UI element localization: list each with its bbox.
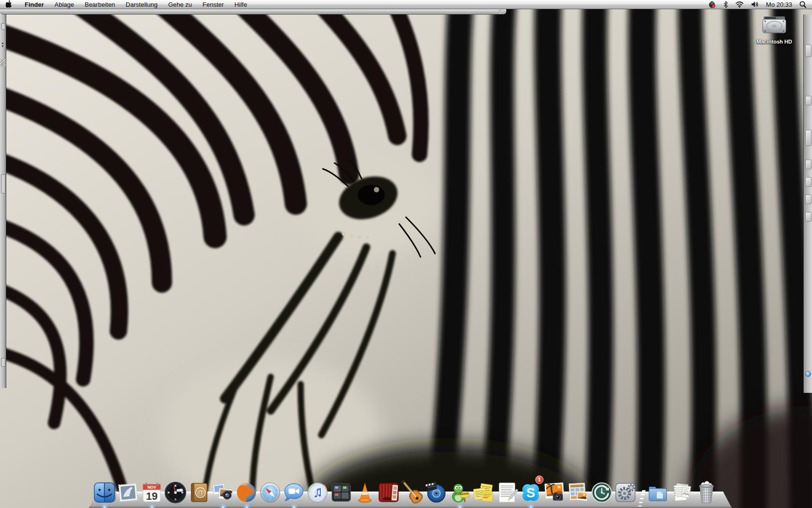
adium-status-icon[interactable] — [708, 0, 716, 8]
running-indicator — [221, 506, 224, 508]
palette-button[interactable] — [805, 160, 812, 169]
menu-item-hilfe[interactable]: Hilfe — [229, 0, 252, 9]
palette-button[interactable] — [805, 130, 812, 146]
dock-item-time-machine[interactable] — [590, 478, 614, 505]
dock-item-ical[interactable]: NOV 19 — [140, 478, 164, 505]
running-indicator — [292, 506, 295, 508]
scroll-arrows-icon[interactable]: ▲▼ — [1, 41, 4, 48]
dock-item-address-book[interactable]: @ — [188, 478, 211, 505]
palette-button[interactable] — [805, 96, 812, 105]
spotlight-icon[interactable] — [799, 1, 806, 8]
menu-item-gehe-zu[interactable]: Gehe zu — [163, 0, 197, 9]
window-widget — [1, 23, 5, 30]
scroll-arrow-box[interactable] — [1, 358, 5, 367]
offscreen-window-left-sliver[interactable]: ▲▼ — [0, 15, 6, 388]
aqua-button-icon[interactable] — [805, 371, 811, 377]
menu-item-finder[interactable]: Finder — [19, 0, 49, 9]
dock-item-documents-folder[interactable] — [646, 478, 670, 505]
dock-item-ichat[interactable] — [282, 478, 306, 505]
window-widget — [1, 174, 5, 194]
dock-item-spaces[interactable] — [330, 478, 353, 505]
palette-button[interactable] — [805, 45, 812, 57]
desktop-icon-label: Macintosh HD — [753, 39, 796, 45]
apple-menu-icon[interactable] — [0, 0, 19, 8]
svg-text:NOV: NOV — [147, 485, 156, 490]
dock-item-iweb[interactable] — [566, 478, 590, 505]
running-indicator — [103, 506, 106, 508]
dock-item-mail[interactable] — [116, 478, 140, 505]
offscreen-palette-sliver[interactable] — [803, 15, 812, 393]
running-indicator — [245, 506, 248, 508]
svg-text:S: S — [526, 485, 535, 500]
dock-item-vlc[interactable] — [353, 478, 377, 505]
running-indicator — [529, 506, 532, 508]
running-indicator — [150, 506, 153, 508]
palette-button[interactable] — [805, 212, 812, 222]
dock-item-system-preferences[interactable] — [614, 478, 638, 505]
dock-item-adium[interactable]: ANWESEND — [448, 478, 472, 505]
dock-item-documents-stack[interactable] — [670, 478, 694, 505]
running-indicator — [458, 506, 461, 508]
dock-item-finder[interactable] — [93, 478, 116, 505]
desktop-screen: Finder Ablage Bearbeiten Darstellung Geh… — [0, 0, 812, 508]
dock-item-garageband[interactable] — [401, 478, 424, 505]
dock-item-iphoto[interactable] — [543, 478, 566, 505]
palette-button[interactable] — [805, 177, 812, 187]
dock: NOV 19 — [0, 466, 812, 508]
dock-item-itunes[interactable] — [306, 478, 330, 505]
dock-item-stickies[interactable] — [472, 478, 495, 505]
menu-bar: Finder Ablage Bearbeiten Darstellung Geh… — [0, 0, 812, 9]
dock-item-textedit[interactable] — [495, 478, 519, 505]
palette-button[interactable] — [805, 194, 812, 204]
bluetooth-icon[interactable] — [724, 1, 728, 8]
svg-text:19: 19 — [146, 490, 158, 502]
menu-item-fenster[interactable]: Fenster — [197, 0, 229, 9]
offscreen-window-bottom-edge[interactable] — [0, 9, 507, 15]
menu-item-ablage[interactable]: Ablage — [49, 0, 79, 9]
dock-item-preview[interactable] — [211, 478, 235, 505]
menu-bar-clock[interactable]: Mo 20:33 — [766, 1, 792, 8]
dock-item-photo-booth[interactable] — [377, 478, 401, 505]
menu-item-darstellung[interactable]: Darstellung — [120, 0, 163, 9]
dock-separator-dashes — [638, 490, 645, 507]
dock-item-dashboard[interactable] — [164, 478, 188, 505]
desktop-wallpaper-zebra — [0, 9, 812, 508]
hard-drive-icon — [761, 15, 787, 37]
volume-icon[interactable] — [751, 1, 759, 8]
desktop-icon-macintosh-hd[interactable]: Macintosh HD — [753, 15, 796, 45]
svg-text:@: @ — [197, 488, 204, 496]
dock-item-trash[interactable] — [694, 478, 720, 505]
wifi-icon[interactable] — [735, 1, 744, 8]
menu-item-bearbeiten[interactable]: Bearbeiten — [79, 0, 120, 9]
dock-items: NOV 19 — [93, 478, 720, 505]
dock-item-safari[interactable] — [259, 478, 282, 505]
window-resize-grip-icon[interactable] — [499, 10, 505, 14]
dock-separator — [638, 485, 646, 505]
pattern-swatch — [0, 59, 6, 67]
dock-item-idvd[interactable] — [424, 478, 448, 505]
dock-item-skype[interactable]: S 1 — [519, 478, 543, 505]
dock-item-firefox[interactable] — [235, 478, 259, 505]
